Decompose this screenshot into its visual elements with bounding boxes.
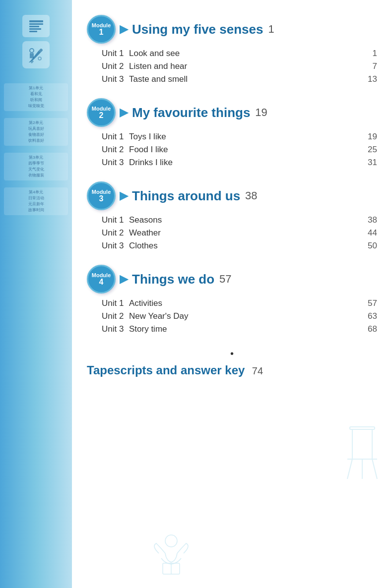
svg-rect-3 <box>29 28 41 30</box>
svg-line-12 <box>372 459 377 479</box>
module-1-title: Using my five senses <box>132 22 263 37</box>
unit-1-3-label: Unit 3 <box>102 74 129 84</box>
unit-4-1-page: 57 <box>368 298 377 308</box>
module-1-section: Module 1 ▶ Using my five senses 1 Unit 1… <box>87 15 377 84</box>
module-4-unit-2: Unit 2 New Year's Day 63 <box>102 311 377 321</box>
module-3-badge: Module 3 <box>87 181 116 210</box>
sidebar-top-icons <box>22 15 50 68</box>
tapescripts-page: 74 <box>252 365 263 376</box>
sidebar-col-text: 第1单元看和见听和闻味觉嗅觉 第2单元玩具喜好食物喜好饮料喜好 第3单元四季季节… <box>0 83 72 215</box>
module-2-title: My favourite things <box>132 105 250 120</box>
module-1-badge: Module 1 <box>87 15 116 44</box>
module-4-units: Unit 1 Activities 57 Unit 2 New Year's D… <box>102 298 377 334</box>
puzzle-icon <box>22 41 50 68</box>
unit-1-3-name: Taste and smell <box>129 74 364 84</box>
module-4-page: 57 <box>219 273 231 286</box>
unit-2-1-page: 19 <box>368 132 377 142</box>
module-3-page: 38 <box>245 189 257 202</box>
module-2-num: 2 <box>99 112 104 119</box>
svg-line-11 <box>347 459 352 479</box>
module-1-arrow: ▶ <box>120 23 128 36</box>
unit-4-1-name: Activities <box>129 298 364 308</box>
unit-3-2-label: Unit 2 <box>102 228 129 238</box>
tapescripts-section: Tapescripts and answer key 74 <box>87 363 377 377</box>
unit-2-1-name: Toys I like <box>129 132 364 142</box>
book-icon <box>22 15 50 37</box>
angel-decoration <box>144 533 198 583</box>
module-2-header: Module 2 ▶ My favourite things 19 <box>87 98 377 127</box>
unit-3-1-label: Unit 1 <box>102 215 129 225</box>
chair-decoration <box>337 424 387 489</box>
unit-3-1-name: Seasons <box>129 215 364 225</box>
svg-rect-1 <box>29 23 43 25</box>
unit-1-1-label: Unit 1 <box>102 49 129 59</box>
svg-rect-7 <box>350 427 375 429</box>
unit-2-2-name: Food I like <box>129 145 364 155</box>
unit-3-2-page: 44 <box>368 228 377 238</box>
module-4-arrow: ▶ <box>120 273 128 286</box>
unit-3-3-page: 50 <box>368 241 377 251</box>
module-1-num: 1 <box>99 28 104 36</box>
module-1-unit-1: Unit 1 Look and see 1 <box>102 49 377 59</box>
module-2-arrow: ▶ <box>120 106 128 119</box>
unit-4-2-page: 63 <box>368 311 377 321</box>
unit-1-1-name: Look and see <box>129 49 369 59</box>
sidebar-block-1: 第1单元看和见听和闻味觉嗅觉 <box>4 83 68 111</box>
module-4-unit-3: Unit 3 Story time 68 <box>102 324 377 334</box>
module-3-units: Unit 1 Seasons 38 Unit 2 Weather 44 Unit… <box>102 215 377 251</box>
unit-3-3-label: Unit 3 <box>102 241 129 251</box>
module-2-unit-3: Unit 3 Drinks I like 31 <box>102 158 377 168</box>
module-4-unit-1: Unit 1 Activities 57 <box>102 298 377 308</box>
unit-4-1-label: Unit 1 <box>102 298 129 308</box>
module-3-arrow: ▶ <box>120 189 128 202</box>
unit-1-3-page: 13 <box>368 74 377 84</box>
unit-1-1-page: 1 <box>373 49 377 59</box>
module-2-section: Module 2 ▶ My favourite things 19 Unit 1… <box>87 98 377 168</box>
module-2-unit-1: Unit 1 Toys I like 19 <box>102 132 377 142</box>
module-4-title: Things we do <box>132 272 214 287</box>
svg-rect-4 <box>29 31 37 32</box>
unit-2-3-name: Drinks I like <box>129 158 364 168</box>
module-1-page: 1 <box>268 23 274 36</box>
module-3-header: Module 3 ▶ Things around us 38 <box>87 181 377 210</box>
unit-4-3-name: Story time <box>129 324 364 334</box>
svg-point-14 <box>165 535 177 547</box>
module-2-unit-2: Unit 2 Food I like 25 <box>102 145 377 155</box>
unit-2-1-label: Unit 1 <box>102 132 129 142</box>
unit-2-2-page: 25 <box>368 145 377 155</box>
dot-bullet: • <box>87 348 377 359</box>
sidebar-block-4: 第4单元日常活动元旦新年故事时间 <box>4 187 68 215</box>
module-3-unit-3: Unit 3 Clothes 50 <box>102 241 377 251</box>
module-4-section: Module 4 ▶ Things we do 57 Unit 1 Activi… <box>87 265 377 334</box>
module-3-unit-2: Unit 2 Weather 44 <box>102 228 377 238</box>
svg-rect-0 <box>29 20 43 22</box>
module-4-header: Module 4 ▶ Things we do 57 <box>87 265 377 294</box>
svg-rect-2 <box>29 26 39 27</box>
tapescripts-title: Tapescripts and answer key <box>87 363 245 377</box>
main-content: Module 1 ▶ Using my five senses 1 Unit 1… <box>72 0 392 588</box>
svg-point-5 <box>30 49 34 53</box>
unit-3-2-name: Weather <box>129 228 364 238</box>
module-1-header: Module 1 ▶ Using my five senses 1 <box>87 15 377 44</box>
sidebar-block-2: 第2单元玩具喜好食物喜好饮料喜好 <box>4 118 68 146</box>
unit-1-2-label: Unit 2 <box>102 61 129 71</box>
module-3-unit-1: Unit 1 Seasons 38 <box>102 215 377 225</box>
module-3-title: Things around us <box>132 188 240 204</box>
module-1-units: Unit 1 Look and see 1 Unit 2 Listen and … <box>102 49 377 84</box>
module-3-section: Module 3 ▶ Things around us 38 Unit 1 Se… <box>87 181 377 251</box>
module-3-num: 3 <box>99 195 104 203</box>
module-2-units: Unit 1 Toys I like 19 Unit 2 Food I like… <box>102 132 377 168</box>
sidebar: 第1单元看和见听和闻味觉嗅觉 第2单元玩具喜好食物喜好饮料喜好 第3单元四季季节… <box>0 0 72 588</box>
unit-4-3-page: 68 <box>368 324 377 334</box>
svg-point-6 <box>38 57 41 60</box>
unit-2-3-label: Unit 3 <box>102 158 129 168</box>
module-4-badge: Module 4 <box>87 265 116 294</box>
module-2-page: 19 <box>255 106 267 119</box>
module-1-unit-2: Unit 2 Listen and hear 7 <box>102 61 377 71</box>
unit-4-2-name: New Year's Day <box>129 311 364 321</box>
unit-4-2-label: Unit 2 <box>102 311 129 321</box>
unit-3-3-name: Clothes <box>129 241 364 251</box>
module-1-unit-3: Unit 3 Taste and smell 13 <box>102 74 377 84</box>
unit-4-3-label: Unit 3 <box>102 324 129 334</box>
unit-2-3-page: 31 <box>368 158 377 168</box>
